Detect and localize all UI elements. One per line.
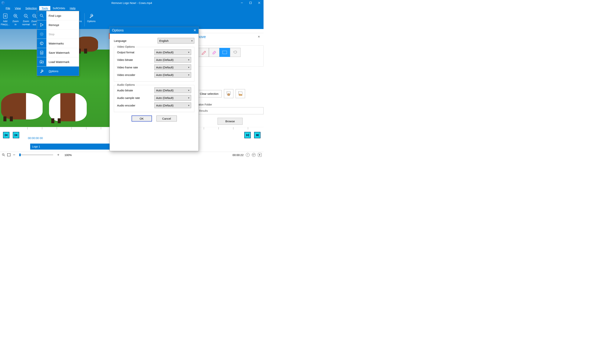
add-files-button[interactable]: Add File(s)... — [0, 12, 10, 26]
toolbar-separator — [84, 13, 85, 26]
video-encoder-select[interactable]: Auto (Default)▾ — [154, 72, 191, 78]
svg-rect-28 — [223, 51, 227, 54]
zoom-in-icon — [10, 12, 21, 20]
facebook-icon[interactable]: f — [246, 153, 250, 157]
zoom-normal-button[interactable]: 1 Zoom normal — [21, 12, 31, 26]
video-framerate-label: Video frame rate — [117, 66, 138, 69]
duration-label: 00:00:22 — [233, 153, 244, 156]
step-back-button[interactable] — [13, 132, 19, 138]
menu-options[interactable]: Options — [37, 66, 79, 76]
svg-point-22 — [40, 42, 43, 45]
menu-watermarks[interactable]: Watermarks — [37, 39, 79, 48]
svg-rect-32 — [5, 134, 5, 136]
cancel-button[interactable]: Cancel — [157, 116, 177, 121]
options-button[interactable]: Options — [86, 12, 96, 23]
preview-content — [49, 93, 87, 121]
maximize-button[interactable] — [246, 0, 255, 6]
twitter-icon[interactable] — [252, 153, 256, 157]
video-bitrate-select[interactable]: Auto (Default)▾ — [154, 57, 191, 63]
svg-marker-19 — [40, 23, 43, 26]
wrench-icon — [37, 66, 46, 76]
zoom-normal-icon: 1 — [21, 12, 31, 20]
video-framerate-select[interactable]: Auto (Default)▾ — [154, 65, 191, 70]
titlebar: Remove Logo Now! - Cows.mp4 — [0, 0, 264, 6]
svg-line-12 — [27, 17, 28, 18]
menu-tools[interactable]: Tools — [39, 6, 50, 10]
zoom-minus-icon[interactable]: − — [13, 153, 16, 156]
language-label: Language — [114, 39, 127, 42]
svg-marker-45 — [259, 154, 261, 156]
destination-folder-label: nation Folder — [197, 103, 264, 106]
menu-remove[interactable]: Remove — [37, 20, 79, 30]
zoom-slider[interactable] — [19, 155, 53, 155]
load-selection-button[interactable] — [236, 89, 245, 98]
status-bar: 1 − + 100% 00:00:22 f — [0, 152, 264, 158]
minimize-button[interactable] — [238, 0, 246, 6]
copyright-icon — [37, 39, 46, 48]
menu-load-watermark[interactable]: W Load Watermark — [37, 57, 79, 66]
goto-start-button[interactable] — [3, 132, 9, 138]
ok-button[interactable]: OK — [132, 116, 152, 121]
clear-selection-button[interactable]: Clear selection — [197, 90, 222, 97]
svg-line-42 — [4, 155, 5, 156]
menu-file[interactable]: File — [3, 6, 13, 10]
menu-save-watermark[interactable]: W Save Watermark — [37, 48, 79, 57]
menu-softorbits[interactable]: SoftOrbits — [50, 6, 67, 10]
audio-samplerate-select[interactable]: Auto (Default)▾ — [154, 95, 191, 101]
tool-marker[interactable] — [198, 48, 209, 57]
tool-freehand-select[interactable] — [230, 48, 240, 57]
svg-text:W: W — [41, 61, 42, 63]
language-select[interactable]: English▾ — [158, 38, 194, 43]
audio-samplerate-label: Audio sample rate — [117, 96, 140, 100]
svg-rect-34 — [15, 134, 15, 136]
menu-view[interactable]: View — [13, 6, 23, 10]
svg-text:1: 1 — [25, 15, 26, 17]
svg-line-15 — [35, 17, 37, 18]
dialog-close-icon[interactable]: ✕ — [193, 28, 196, 32]
zoom-in-button[interactable]: Zoom in — [10, 12, 21, 26]
save-doc-icon: W — [37, 48, 46, 57]
svg-marker-33 — [6, 134, 7, 136]
chevron-down-icon: ▾ — [188, 66, 189, 69]
stop-icon — [37, 30, 46, 39]
svg-rect-21 — [41, 34, 42, 35]
side-panel: ✕ move s Clear selection nation Folder R… — [197, 33, 264, 127]
svg-marker-27 — [213, 51, 216, 54]
zoom-plus-icon[interactable]: + — [56, 153, 60, 156]
youtube-icon[interactable] — [258, 153, 262, 157]
window-title: Remove Logo Now! - Cows.mp4 — [111, 1, 152, 4]
audio-bitrate-label: Audio bitrate — [117, 89, 133, 92]
chevron-down-icon: ▾ — [188, 58, 189, 61]
chevron-down-icon: ▾ — [188, 104, 189, 107]
fit-screen-icon[interactable] — [7, 153, 11, 156]
audio-encoder-label: Audio encoder — [117, 104, 135, 107]
panel-title: move — [197, 33, 264, 41]
svg-point-17 — [40, 14, 42, 16]
audio-bitrate-select[interactable]: Auto (Default)▾ — [154, 87, 191, 93]
video-options-group: Video Options — [116, 45, 136, 48]
chevron-down-icon: ▾ — [188, 74, 189, 76]
output-format-select[interactable]: Auto (Default)▾ — [154, 49, 191, 55]
browse-button[interactable]: Browse — [218, 118, 242, 125]
step-forward-button[interactable] — [244, 132, 251, 138]
save-selection-button[interactable] — [224, 89, 233, 98]
menu-find-logo[interactable]: Find Logo — [37, 11, 79, 20]
chevron-down-icon: ▾ — [191, 39, 193, 42]
panel-close-icon[interactable]: ✕ — [258, 35, 260, 39]
tool-rectangle-select[interactable] — [219, 48, 230, 57]
menu-help[interactable]: Help — [67, 6, 78, 10]
chevron-down-icon: ▾ — [188, 51, 189, 54]
close-button[interactable] — [255, 0, 264, 6]
search-icon — [37, 11, 46, 20]
dialog-title: Options — [112, 28, 124, 32]
zoom-icon[interactable]: 1 — [2, 153, 5, 156]
tools-dropdown: Find Logo Remove Stop Watermarks W Save … — [37, 11, 79, 76]
folder-doc-icon: W — [37, 57, 46, 66]
play-icon — [37, 20, 46, 29]
goto-end-button[interactable] — [254, 132, 261, 138]
audio-options-group: Audio Options — [116, 83, 136, 86]
svg-rect-40 — [258, 134, 259, 136]
tool-eraser[interactable] — [209, 48, 219, 57]
menu-selection[interactable]: Selection — [23, 6, 39, 10]
audio-encoder-select[interactable]: Auto (Default)▾ — [154, 103, 191, 108]
